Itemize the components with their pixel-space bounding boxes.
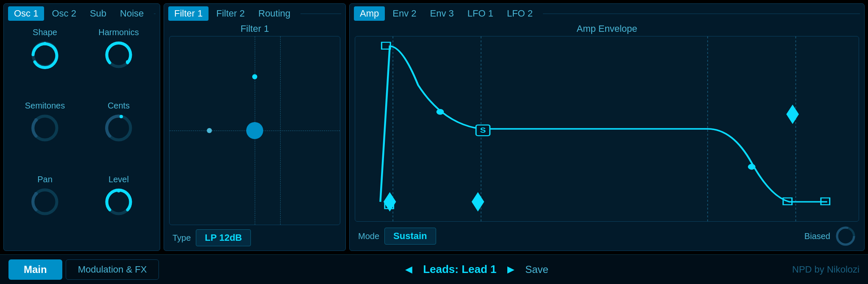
tab-osc2[interactable]: Osc 2 [46, 6, 82, 21]
filter-top-dot[interactable] [252, 74, 257, 79]
svg-point-3 [126, 60, 129, 64]
filter-left-dot[interactable] [207, 128, 212, 133]
tab-env2[interactable]: Env 2 [387, 6, 422, 21]
tab-amp[interactable]: Amp [354, 6, 385, 21]
tab-lfo2[interactable]: LFO 2 [501, 6, 539, 21]
svg-point-1 [43, 42, 47, 45]
filter-display[interactable] [169, 36, 340, 225]
filter-vline2 [280, 36, 281, 225]
amp-panel: Amp Env 2 Env 3 LFO 1 LFO 2 Amp Envelope [349, 3, 865, 251]
cents-knob[interactable] [104, 113, 134, 143]
shape-label: Shape [33, 28, 57, 37]
filter-panel: Filter 1 Filter 2 Routing Filter 1 Type … [164, 3, 346, 251]
shape-group: Shape [12, 28, 78, 97]
filter-main-circle[interactable] [246, 122, 263, 139]
filter-tabs: Filter 1 Filter 2 Routing [164, 4, 345, 21]
biased-label: Biased [804, 231, 830, 241]
svg-marker-22 [786, 105, 799, 124]
svg-point-23 [437, 109, 444, 115]
next-preset-button[interactable]: ► [505, 263, 517, 276]
filter-type-button[interactable]: LP 12dB [196, 229, 251, 246]
amp-envelope-svg: S [355, 36, 859, 221]
osc-panel: Osc 1 Osc 2 Sub Noise Shape Harmonics [3, 3, 160, 251]
svg-marker-21 [472, 192, 484, 212]
tab-noise[interactable]: Noise [114, 6, 150, 21]
semitones-knob[interactable] [30, 113, 60, 143]
svg-point-9 [34, 192, 38, 195]
svg-point-7 [120, 115, 123, 118]
semitones-label: Semitones [25, 101, 65, 111]
mode-label: Mode [358, 231, 379, 241]
harmonics-knob[interactable] [104, 40, 134, 70]
harmonics-label: Harmonics [98, 28, 139, 37]
svg-point-5 [34, 118, 38, 122]
filter-title: Filter 1 [164, 21, 345, 36]
osc-tabs: Osc 1 Osc 2 Sub Noise [4, 4, 160, 21]
svg-point-24 [748, 164, 756, 170]
bottom-nav: ◄ Leads: Lead 1 ► Save [159, 263, 792, 276]
tab-filter2[interactable]: Filter 2 [210, 6, 250, 21]
svg-text:S: S [480, 126, 486, 134]
main-button[interactable]: Main [8, 259, 62, 280]
cents-label: Cents [108, 101, 130, 111]
tab-routing[interactable]: Routing [253, 6, 297, 21]
tab-osc1[interactable]: Osc 1 [8, 6, 44, 21]
bottom-bar: Main Modulation & FX ◄ Leads: Lead 1 ► S… [0, 254, 868, 284]
pan-group: Pan [12, 175, 78, 244]
amp-bottom: Mode Sustain Biased [350, 222, 864, 251]
level-knob[interactable] [104, 187, 134, 217]
svg-point-11 [117, 189, 120, 192]
level-group: Level [86, 175, 151, 244]
preset-name: Leads: Lead 1 [423, 263, 496, 276]
level-label: Level [108, 175, 129, 184]
prev-preset-button[interactable]: ◄ [403, 263, 415, 276]
tab-lfo1[interactable]: LFO 1 [462, 6, 499, 21]
mode-button[interactable]: Sustain [384, 228, 436, 245]
amp-display[interactable]: S [355, 36, 859, 222]
amp-tabs: Amp Env 2 Env 3 LFO 1 LFO 2 [350, 4, 864, 21]
tab-filter1[interactable]: Filter 1 [168, 6, 209, 21]
osc-content: Shape Harmonics Semitones [4, 21, 160, 251]
harmonics-group: Harmonics [86, 28, 151, 97]
tab-env3[interactable]: Env 3 [424, 6, 460, 21]
pan-knob[interactable] [30, 187, 60, 217]
semitones-group: Semitones [12, 101, 78, 170]
tab-sub[interactable]: Sub [84, 6, 112, 21]
filter-type-label: Type [172, 233, 191, 243]
filter-bottom: Type LP 12dB [164, 225, 345, 251]
shape-knob[interactable] [30, 40, 60, 70]
credit-text: NPD by Nikolozi [792, 264, 860, 275]
cents-group: Cents [86, 101, 151, 170]
pan-label: Pan [37, 175, 53, 184]
amp-title: Amp Envelope [350, 21, 864, 36]
modulation-fx-button[interactable]: Modulation & FX [66, 259, 159, 280]
save-button[interactable]: Save [525, 264, 548, 276]
biased-knob[interactable] [835, 226, 856, 246]
